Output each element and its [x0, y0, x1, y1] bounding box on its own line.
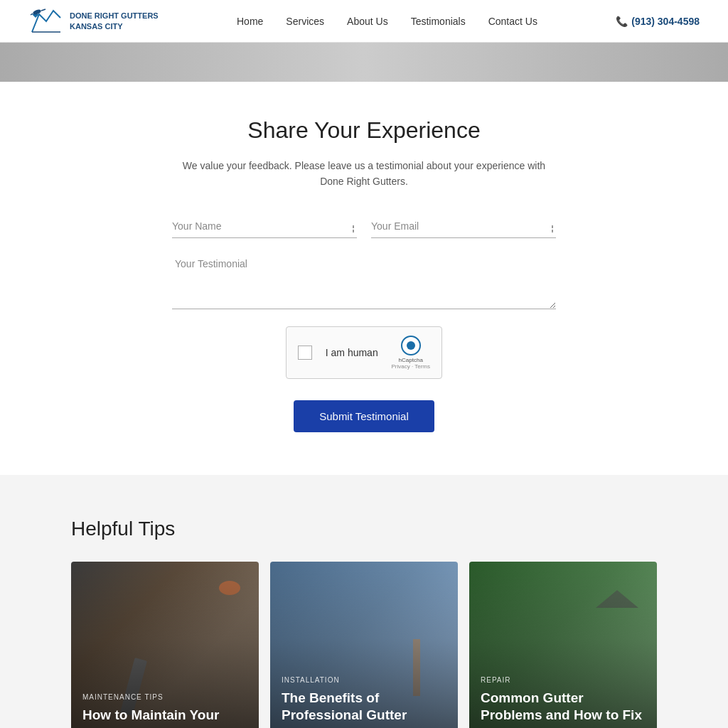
svg-line-4: [31, 14, 33, 15]
captcha-brand-label: hCaptcha: [399, 357, 423, 363]
phone-icon: 📞: [616, 16, 628, 27]
tip-category-1: INSTALLATION: [282, 676, 446, 684]
tips-grid: MAINTENANCE TIPS How to Maintain Your Gu…: [71, 562, 657, 728]
captcha-checkbox[interactable]: [298, 346, 312, 360]
svg-line-3: [41, 9, 46, 11]
tip-title-0: How to Maintain Your Gutters Year-Round: [82, 707, 247, 728]
tip-title-1: The Benefits of Professional Gutter Inst…: [282, 690, 446, 728]
nav-services[interactable]: Services: [286, 16, 324, 27]
name-input[interactable]: [172, 215, 357, 238]
testimonial-form: I am human hCaptcha Privacy · Terms Subm…: [172, 215, 556, 432]
navbar: DONE RIGHT GUTTERS KANSAS CITY Home Serv…: [0, 0, 728, 43]
testimonial-textarea[interactable]: [172, 252, 556, 309]
card-overlay-2: INSTALLATION The Benefits of Professiona…: [270, 562, 458, 728]
nav-home[interactable]: Home: [237, 16, 263, 27]
captcha-container[interactable]: I am human hCaptcha Privacy · Terms: [286, 326, 442, 379]
phone-number[interactable]: 📞 (913) 304-4598: [616, 16, 700, 27]
section-description: We value your feedback. Please leave us …: [179, 158, 549, 190]
email-input[interactable]: [371, 215, 556, 238]
captcha-logo: hCaptcha Privacy · Terms: [391, 336, 430, 370]
name-field-wrapper: [172, 215, 357, 238]
nav-about[interactable]: About Us: [347, 16, 388, 27]
form-row-names: [172, 215, 556, 238]
captcha-logo-icon: [401, 336, 421, 355]
nav-testimonials[interactable]: Testimonials: [411, 16, 466, 27]
logo[interactable]: DONE RIGHT GUTTERS KANSAS CITY: [28, 4, 159, 39]
tip-card-repair[interactable]: REPAIR Common Gutter Problems and How to…: [469, 562, 657, 728]
helpful-tips-section: Helpful Tips MAINTENANCE TIPS How to Mai…: [0, 475, 728, 728]
testimonial-field-wrapper: [172, 252, 556, 312]
email-field-wrapper: [371, 215, 556, 238]
tip-title-2: Common Gutter Problems and How to Fix Th…: [481, 690, 646, 728]
resize-handle-name: [350, 225, 357, 232]
tip-card-maintenance[interactable]: MAINTENANCE TIPS How to Maintain Your Gu…: [71, 562, 259, 728]
tip-category-0: MAINTENANCE TIPS: [82, 693, 247, 701]
testimonial-section: Share Your Experience We value your feed…: [0, 82, 728, 475]
captcha-privacy-terms: Privacy · Terms: [391, 363, 430, 370]
tip-card-installation[interactable]: INSTALLATION The Benefits of Professiona…: [270, 562, 458, 728]
resize-handle-email: [549, 225, 556, 232]
nav-links: Home Services About Us Testimonials Cont…: [237, 15, 537, 28]
logo-text: DONE RIGHT GUTTERS KANSAS CITY: [70, 11, 159, 31]
tips-section-title: Helpful Tips: [71, 518, 657, 540]
hero-strip: [0, 43, 728, 82]
section-title: Share Your Experience: [14, 117, 714, 144]
logo-icon: [28, 4, 64, 39]
nav-contact[interactable]: Contact Us: [488, 16, 537, 27]
tip-category-2: REPAIR: [481, 676, 646, 684]
card-overlay: MAINTENANCE TIPS How to Maintain Your Gu…: [71, 562, 259, 728]
captcha-widget[interactable]: I am human hCaptcha Privacy · Terms: [286, 326, 442, 379]
card-overlay-3: REPAIR Common Gutter Problems and How to…: [469, 562, 657, 728]
submit-testimonial-button[interactable]: Submit Testimonial: [294, 400, 434, 432]
captcha-label: I am human: [319, 347, 384, 358]
